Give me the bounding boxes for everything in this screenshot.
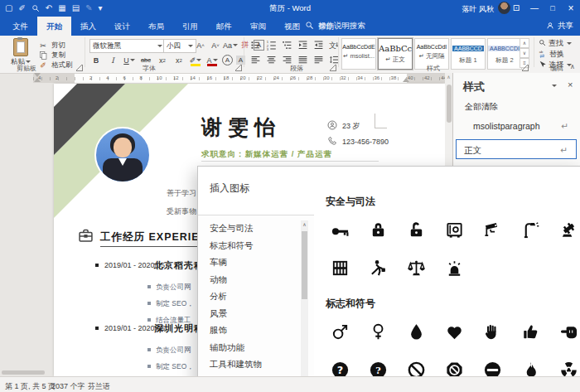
- styles-dialog-launcher-icon[interactable]: [522, 65, 529, 71]
- tab-2[interactable]: 插入: [71, 17, 105, 36]
- icon-category-分析[interactable]: 分析: [210, 291, 227, 302]
- ribbon-tabs: 文件开始插入设计布局引用邮件审阅视图帮助: [3, 17, 343, 36]
- styles-pane-close-icon[interactable]: ×: [568, 80, 573, 90]
- street-lamp-icon[interactable]: [518, 219, 543, 240]
- icon-category-安全与司法[interactable]: 安全与司法: [210, 223, 254, 235]
- format-painter-button[interactable]: ✐格式刷: [36, 59, 73, 71]
- bullets-icon[interactable]: [249, 39, 262, 51]
- underline-icon[interactable]: U: [123, 54, 136, 66]
- icon-category-动物[interactable]: 动物: [210, 274, 227, 286]
- tell-me-search[interactable]: 操作说明搜索: [305, 17, 365, 36]
- cctv-camera-icon[interactable]: [480, 219, 505, 240]
- icon-category-工具和建筑物[interactable]: 工具和建筑物: [210, 359, 262, 370]
- resume-objective: 求职意向：新媒体运营 / 产品运营: [201, 149, 332, 160]
- pointing-hand-icon[interactable]: [556, 321, 580, 342]
- summary-line: 善于学习: [167, 188, 196, 199]
- find-icon: [539, 39, 546, 48]
- text-boundary-mark: [375, 114, 387, 128]
- language-indicator[interactable]: 芬兰语: [88, 381, 110, 392]
- document-scrollbar[interactable]: ∧: [445, 73, 452, 166]
- style-card-正文[interactable]: AaBbCcI↵ 正文: [378, 38, 413, 70]
- text-highlight-icon[interactable]: ✐: [189, 54, 202, 66]
- svg-text:ab: ab: [539, 50, 544, 54]
- font-name-combo[interactable]: 微软雅黑: [89, 39, 166, 53]
- prison-bars-icon[interactable]: [327, 257, 352, 278]
- bold-icon[interactable]: B: [89, 54, 103, 66]
- tab-1[interactable]: 开始: [37, 17, 71, 36]
- ribbon-display-options-icon[interactable]: [507, 0, 525, 17]
- tab-8[interactable]: 视图: [275, 17, 309, 36]
- paragraph-dialog-launcher-icon[interactable]: [330, 65, 336, 71]
- word-count[interactable]: 2037 个字: [51, 381, 85, 392]
- first-line-indent-marker[interactable]: [34, 73, 41, 77]
- heart-icon[interactable]: [442, 321, 466, 342]
- shrink-font-icon[interactable]: A: [209, 39, 222, 51]
- style-pane-item-msolistparagraph[interactable]: msolistparagraph↵: [456, 116, 577, 136]
- styles-gallery-scroll[interactable]: ∧∨≡: [520, 38, 529, 68]
- styles-pane-menu-icon[interactable]: [552, 85, 557, 87]
- maximize-button[interactable]: [544, 0, 562, 17]
- decrease-indent-icon[interactable]: [296, 39, 309, 51]
- align-center-icon[interactable]: [264, 54, 278, 66]
- change-case-icon[interactable]: Aa: [224, 39, 237, 51]
- font-dialog-launcher-icon[interactable]: [235, 65, 242, 71]
- padlock-unlocked-icon[interactable]: [404, 219, 428, 240]
- icon-category-标志和符号[interactable]: 标志和符号: [210, 240, 254, 252]
- account-name[interactable]: 落叶 风秋: [462, 4, 494, 15]
- right-indent-marker[interactable]: [403, 78, 409, 82]
- numbering-icon[interactable]: 123: [264, 39, 278, 51]
- minimize-button[interactable]: [525, 0, 544, 17]
- icon-category-list: 安全与司法标志和符号车辆动物分析风景服饰辅助功能工具和建筑物技术和电子 ∧: [198, 215, 314, 392]
- raised-hand-icon[interactable]: [480, 321, 505, 342]
- tab-6[interactable]: 邮件: [207, 17, 241, 36]
- horizontal-scrollbar-thumb[interactable]: [2, 370, 45, 375]
- tab-0[interactable]: 文件: [3, 17, 37, 36]
- thumbs-up-icon[interactable]: [518, 321, 543, 342]
- italic-icon[interactable]: I: [106, 54, 119, 66]
- subscript-icon[interactable]: x2: [156, 54, 169, 66]
- icon-category-车辆[interactable]: 车辆: [210, 257, 227, 269]
- droplet-icon[interactable]: [404, 321, 428, 342]
- icon-category-风景[interactable]: 风景: [210, 308, 227, 320]
- padlock-locked-icon[interactable]: [365, 219, 390, 240]
- distribute-icon[interactable]: [312, 54, 325, 66]
- ruler-number: 10: [157, 75, 162, 80]
- enclose-characters-icon[interactable]: A: [222, 55, 233, 65]
- gavel-icon[interactable]: [556, 219, 580, 240]
- icon-category-辅助功能[interactable]: 辅助功能: [210, 342, 244, 354]
- grow-font-icon[interactable]: A: [194, 39, 207, 51]
- font-size-combo[interactable]: 小四: [163, 39, 196, 53]
- font-color-icon[interactable]: A: [205, 54, 219, 66]
- tab-7[interactable]: 审阅: [241, 17, 275, 36]
- icon-category-服饰[interactable]: 服饰: [210, 325, 227, 336]
- siren-icon[interactable]: [442, 257, 466, 278]
- replace-button[interactable]: ab 替换: [539, 49, 564, 60]
- clear-all-styles[interactable]: 全部清除: [465, 101, 498, 113]
- key-icon[interactable]: [327, 219, 352, 240]
- style-card-标题 2[interactable]: AABBCCDI标题 2: [487, 38, 522, 70]
- safe-icon[interactable]: [442, 219, 466, 240]
- styles-pane-title: 样式: [463, 80, 485, 94]
- align-left-icon[interactable]: [249, 54, 262, 66]
- tab-5[interactable]: 引用: [173, 17, 207, 36]
- find-button[interactable]: 查找: [539, 38, 572, 49]
- male-icon[interactable]: [327, 321, 352, 342]
- category-scrollbar[interactable]: ∧: [301, 220, 308, 390]
- page-indicator[interactable]: 第 1 页, 共 5 页: [5, 381, 56, 392]
- collapse-ribbon-icon[interactable]: ∧: [570, 63, 575, 70]
- multilevel-list-icon[interactable]: [280, 39, 293, 51]
- clipboard-dialog-launcher-icon[interactable]: [76, 65, 83, 71]
- tab-4[interactable]: 布局: [139, 17, 173, 36]
- style-pane-item-正文[interactable]: 正文↵: [456, 139, 577, 159]
- share-button[interactable]: 共享: [546, 17, 573, 36]
- scales-icon[interactable]: [404, 257, 428, 278]
- hanging-indent-marker[interactable]: [34, 78, 41, 82]
- style-card-msolist...[interactable]: AaBbCcDdE↵ msolist...: [341, 38, 376, 70]
- tab-3[interactable]: 设计: [105, 17, 139, 36]
- close-button[interactable]: [562, 0, 580, 17]
- female-icon[interactable]: [365, 321, 390, 342]
- running-thief-icon[interactable]: [365, 257, 390, 278]
- increase-indent-icon[interactable]: [312, 39, 325, 51]
- style-card-标题 1[interactable]: AABBCCD标题 1: [451, 38, 486, 70]
- superscript-icon[interactable]: x2: [172, 54, 186, 66]
